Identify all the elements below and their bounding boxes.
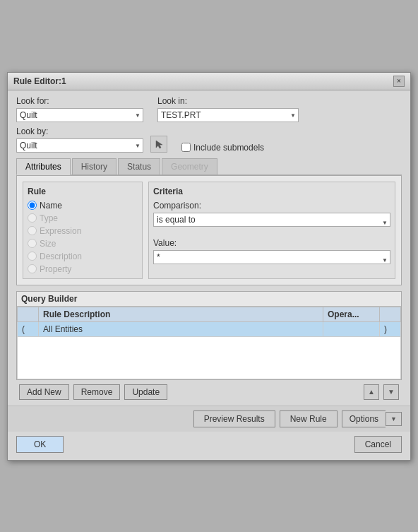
move-up-button[interactable]: ▲ bbox=[364, 384, 379, 400]
row-suffix: ) bbox=[380, 321, 401, 336]
rule-property-radio bbox=[28, 264, 37, 273]
query-builder-title: Query Builder bbox=[17, 292, 401, 307]
options-dropdown-button[interactable]: ▼ bbox=[386, 412, 402, 426]
rule-expression-label: Expression bbox=[40, 226, 81, 236]
tab-attributes[interactable]: Attributes bbox=[16, 158, 71, 175]
remove-button[interactable]: Remove bbox=[73, 384, 121, 400]
attributes-panel: Rule Name Type bbox=[16, 175, 402, 285]
rule-box: Rule Name Type bbox=[23, 182, 143, 279]
tab-geometry[interactable]: Geometry bbox=[162, 158, 217, 175]
look-by-field: Look by: Quilt ▼ bbox=[16, 126, 143, 153]
tab-history[interactable]: History bbox=[72, 158, 117, 175]
criteria-title: Criteria bbox=[153, 187, 390, 196]
new-rule-button[interactable]: New Rule bbox=[280, 410, 338, 427]
final-row: OK Cancel bbox=[8, 432, 410, 460]
update-button[interactable]: Update bbox=[124, 384, 167, 400]
comparison-label: Comparison: bbox=[153, 201, 390, 211]
rule-type-item: Type bbox=[28, 213, 138, 223]
tabs-container: Attributes History Status Geometry Rule … bbox=[16, 158, 402, 285]
col-opera: Opera... bbox=[323, 307, 380, 321]
rule-size-radio bbox=[28, 239, 37, 248]
rule-radio-group: Name Type Expression bbox=[28, 201, 138, 274]
preview-results-button[interactable]: Preview Results bbox=[193, 410, 275, 427]
rule-type-radio bbox=[28, 213, 37, 223]
query-spacer-row bbox=[18, 336, 401, 379]
rule-box-title: Rule bbox=[28, 187, 138, 196]
title-bar: Rule Editor:1 × bbox=[8, 73, 410, 90]
look-for-label: Look for: bbox=[16, 96, 143, 106]
include-submodels-area: Include submodels bbox=[181, 143, 264, 153]
query-row[interactable]: ( All Entities ) bbox=[18, 321, 401, 336]
col-suffix bbox=[380, 307, 401, 321]
ok-button[interactable]: OK bbox=[16, 436, 64, 453]
svg-marker-0 bbox=[156, 141, 162, 148]
look-by-select[interactable]: Quilt bbox=[16, 138, 143, 153]
tabs: Attributes History Status Geometry bbox=[16, 158, 402, 175]
rule-name-label: Name bbox=[40, 201, 62, 211]
query-table: Rule Description Opera... ( All Entities… bbox=[17, 307, 401, 379]
look-in-field: Look in: TEST.PRT ▼ bbox=[157, 96, 299, 122]
tab-status[interactable]: Status bbox=[118, 158, 160, 175]
bottom-bar: Preview Results New Rule Options ▼ bbox=[8, 406, 410, 432]
value-select[interactable]: * bbox=[153, 250, 390, 264]
look-for-select[interactable]: Quilt bbox=[16, 108, 143, 122]
cursor-icon bbox=[155, 139, 163, 149]
look-for-field: Look for: Quilt ▼ bbox=[16, 96, 143, 122]
options-button[interactable]: Options bbox=[342, 410, 386, 427]
look-by-label: Look by: bbox=[16, 126, 143, 136]
comparison-select[interactable]: is equal to bbox=[153, 213, 390, 227]
rule-size-item: Size bbox=[28, 239, 138, 249]
criteria-box: Criteria Comparison: is equal to ▼ Value… bbox=[148, 182, 395, 279]
cursor-button[interactable] bbox=[150, 136, 167, 153]
rule-expression-item: Expression bbox=[28, 226, 138, 236]
row-opera bbox=[323, 321, 380, 336]
row-description: All Entities bbox=[39, 321, 323, 336]
query-builder: Query Builder Rule Description Opera... … bbox=[16, 291, 402, 380]
query-actions: Add New Remove Update ▲ ▼ bbox=[16, 384, 402, 400]
row-prefix: ( bbox=[18, 321, 39, 336]
col-rule-description: Rule Description bbox=[39, 307, 323, 321]
rule-description-radio bbox=[28, 252, 37, 261]
include-submodels-checkbox[interactable] bbox=[181, 143, 191, 152]
look-in-label: Look in: bbox=[157, 96, 299, 106]
rule-property-label: Property bbox=[40, 264, 71, 274]
value-label: Value: bbox=[153, 238, 390, 248]
rule-editor-dialog: Rule Editor:1 × Look for: Quilt ▼ Look i… bbox=[7, 72, 411, 461]
rule-size-label: Size bbox=[40, 239, 56, 249]
dialog-title: Rule Editor:1 bbox=[13, 76, 66, 86]
include-submodels-label: Include submodels bbox=[193, 143, 264, 153]
rule-property-item: Property bbox=[28, 264, 138, 274]
rule-description-item: Description bbox=[28, 252, 138, 261]
options-area: Options ▼ bbox=[342, 410, 402, 427]
rule-name-item[interactable]: Name bbox=[28, 201, 138, 211]
rule-expression-radio bbox=[28, 226, 37, 235]
cancel-button[interactable]: Cancel bbox=[354, 436, 402, 453]
col-prefix bbox=[18, 307, 39, 321]
move-down-button[interactable]: ▼ bbox=[383, 384, 399, 400]
look-in-select[interactable]: TEST.PRT bbox=[157, 108, 299, 122]
rule-name-radio[interactable] bbox=[28, 201, 37, 210]
rule-description-label: Description bbox=[40, 252, 82, 261]
close-button[interactable]: × bbox=[393, 76, 405, 87]
add-new-button[interactable]: Add New bbox=[19, 384, 69, 400]
rule-type-label: Type bbox=[40, 213, 58, 223]
